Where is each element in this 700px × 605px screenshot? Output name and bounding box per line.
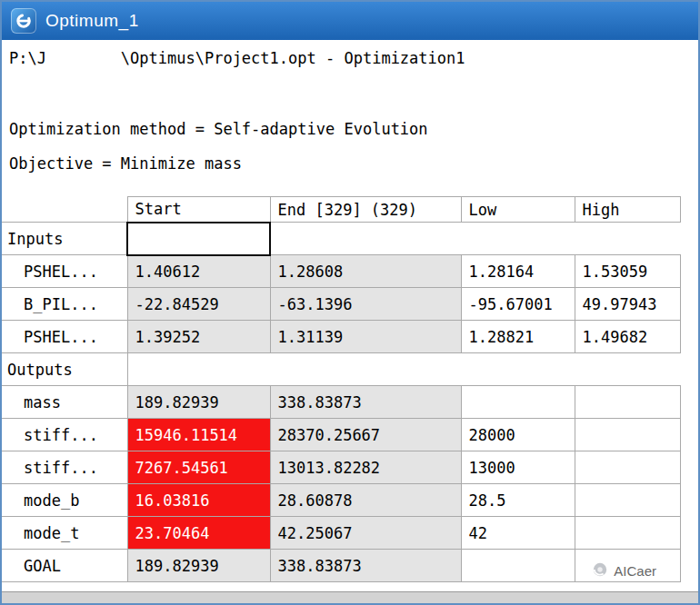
table-row: stiff... 15946.11514 28370.25667 28000 (2, 419, 680, 451)
table-row: B_PIL... -22.84529 -63.1396 -95.67001 49… (2, 288, 680, 321)
objective-line: Objective = Minimize mass (9, 154, 698, 173)
cell-low[interactable] (461, 386, 575, 419)
table-row: GOAL 189.82939 338.83873 (2, 550, 680, 582)
table-row: mode_t 23.70464 42.25067 42 (2, 517, 680, 550)
cell-start[interactable]: 1.39252 (127, 321, 270, 353)
cell-start[interactable]: -22.84529 (127, 288, 270, 321)
row-label[interactable]: PSHEL... (2, 255, 127, 288)
cell-low[interactable]: 1.28821 (461, 321, 575, 353)
empty-cell (461, 353, 575, 386)
watermark-logo-icon (592, 561, 608, 580)
project-path: P:\J \Optimus\Project1.opt - Optimizatio… (9, 49, 698, 67)
window-title: Optimum_1 (45, 11, 139, 31)
cell-high[interactable]: 1.53059 (575, 255, 680, 288)
cell-high[interactable] (575, 517, 680, 550)
row-label[interactable]: stiff... (2, 419, 127, 451)
horizontal-scrollbar[interactable] (2, 591, 698, 603)
cell-start[interactable]: 189.82939 (127, 550, 270, 582)
empty-cell (270, 223, 461, 255)
cell-high[interactable] (575, 386, 680, 419)
corner-cell (2, 197, 127, 223)
cell-low[interactable]: -95.67001 (461, 288, 575, 321)
table-row: mass 189.82939 338.83873 (2, 386, 680, 419)
cell-low[interactable]: 1.28164 (461, 255, 575, 288)
cell-start[interactable]: 189.82939 (127, 386, 270, 419)
cell-end[interactable]: 338.83873 (270, 550, 461, 582)
row-label[interactable]: GOAL (2, 550, 127, 582)
row-label[interactable]: B_PIL... (2, 288, 127, 321)
section-row-inputs: Inputs (2, 223, 680, 255)
row-label[interactable]: stiff... (2, 451, 127, 484)
column-header-start[interactable]: Start (127, 197, 270, 223)
cell-end[interactable]: 13013.82282 (270, 451, 461, 484)
column-header-high[interactable]: High (575, 197, 680, 223)
column-header-low[interactable]: Low (461, 197, 575, 223)
cell-low[interactable] (461, 550, 575, 582)
section-label-outputs[interactable]: Outputs (2, 353, 127, 386)
header-row: Start End [329] (329) Low High (2, 197, 680, 223)
row-label[interactable]: mode_t (2, 517, 127, 550)
cell-high[interactable] (575, 419, 680, 451)
cell-start-violation[interactable]: 23.70464 (127, 517, 270, 550)
selected-cell[interactable] (127, 223, 270, 255)
row-label[interactable]: mass (2, 386, 127, 419)
empty-cell (575, 223, 680, 255)
cell-end[interactable]: 1.28608 (270, 255, 461, 288)
app-logo-icon (11, 8, 36, 34)
cell-end[interactable]: 1.31139 (270, 321, 461, 353)
watermark-text: AICaer (614, 563, 656, 579)
empty-cell (575, 353, 680, 386)
cell-end[interactable]: 42.25067 (270, 517, 461, 550)
cell-high[interactable] (575, 484, 680, 517)
section-row-outputs: Outputs (2, 353, 680, 386)
cell-start[interactable]: 1.40612 (127, 255, 270, 288)
table-row: PSHEL... 1.39252 1.31139 1.28821 1.49682 (2, 321, 680, 353)
table-row: mode_b 16.03816 28.60878 28.5 (2, 484, 680, 517)
content-area: P:\J \Optimus\Project1.opt - Optimizatio… (2, 40, 698, 591)
optimization-method-line: Optimization method = Self-adaptive Evol… (9, 120, 698, 138)
empty-cell (270, 353, 461, 386)
cell-end[interactable]: 28370.25667 (270, 419, 461, 451)
cell-start-violation[interactable]: 15946.11514 (127, 419, 270, 451)
cell-end[interactable]: -63.1396 (270, 288, 461, 321)
cell-high[interactable] (575, 451, 680, 484)
table-row: stiff... 7267.54561 13013.82282 13000 (2, 451, 680, 484)
row-label[interactable]: mode_b (2, 484, 127, 517)
cell-end[interactable]: 28.60878 (270, 484, 461, 517)
watermark: AICaer (592, 561, 656, 580)
cell-high[interactable]: 49.97943 (575, 288, 680, 321)
cell-low[interactable]: 13000 (461, 451, 575, 484)
cell-start-violation[interactable]: 16.03816 (127, 484, 270, 517)
row-label[interactable]: PSHEL... (2, 321, 127, 353)
cell-low[interactable]: 28.5 (461, 484, 575, 517)
optimus-result-window: Optimum_1 P:\J \Optimus\Project1.opt - O… (0, 0, 700, 605)
titlebar[interactable]: Optimum_1 (2, 2, 698, 40)
column-header-end[interactable]: End [329] (329) (270, 197, 461, 223)
cell-start-violation[interactable]: 7267.54561 (127, 451, 270, 484)
cell-low[interactable]: 42 (461, 517, 575, 550)
results-table: Start End [329] (329) Low High Inputs PS… (2, 196, 681, 582)
cell-low[interactable]: 28000 (461, 419, 575, 451)
section-label-inputs[interactable]: Inputs (2, 223, 127, 255)
cell-high[interactable]: 1.49682 (575, 321, 680, 353)
cell-end[interactable]: 338.83873 (270, 386, 461, 419)
table-row: PSHEL... 1.40612 1.28608 1.28164 1.53059 (2, 255, 680, 288)
empty-cell (127, 353, 270, 386)
empty-cell (461, 223, 575, 255)
